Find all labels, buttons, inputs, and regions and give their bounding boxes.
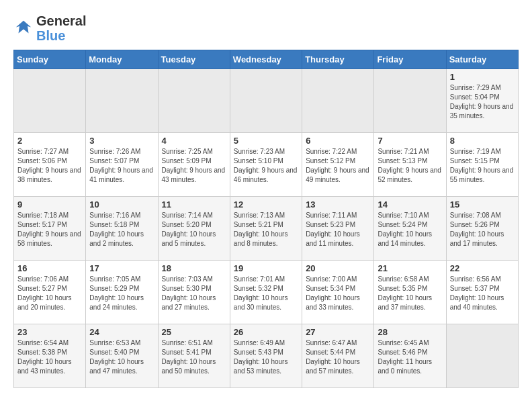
weekday-header-friday: Friday (374, 50, 446, 69)
calendar-cell: 27Sunrise: 6:47 AM Sunset: 5:44 PM Dayli… (302, 324, 374, 388)
day-info: Sunrise: 6:45 AM Sunset: 5:46 PM Dayligh… (378, 338, 442, 376)
day-info: Sunrise: 6:54 AM Sunset: 5:38 PM Dayligh… (17, 338, 82, 376)
day-info: Sunrise: 6:49 AM Sunset: 5:43 PM Dayligh… (234, 338, 298, 376)
day-number: 10 (89, 199, 154, 210)
day-info: Sunrise: 7:08 AM Sunset: 5:26 PM Dayligh… (450, 211, 515, 248)
day-info: Sunrise: 7:01 AM Sunset: 5:32 PM Dayligh… (234, 275, 298, 312)
calendar-cell: 6Sunrise: 7:22 AM Sunset: 5:12 PM Daylig… (302, 133, 374, 197)
calendar-cell: 15Sunrise: 7:08 AM Sunset: 5:26 PM Dayli… (446, 197, 518, 261)
day-number: 15 (450, 199, 515, 210)
day-number: 26 (234, 327, 298, 337)
calendar-cell: 28Sunrise: 6:45 AM Sunset: 5:46 PM Dayli… (374, 324, 446, 388)
calendar-cell: 12Sunrise: 7:13 AM Sunset: 5:21 PM Dayli… (230, 197, 302, 261)
day-number: 7 (378, 136, 442, 146)
calendar-cell: 20Sunrise: 7:00 AM Sunset: 5:34 PM Dayli… (302, 261, 374, 324)
logo-icon (13, 18, 34, 38)
weekday-header-monday: Monday (86, 50, 158, 69)
day-info: Sunrise: 7:06 AM Sunset: 5:27 PM Dayligh… (17, 275, 82, 312)
calendar-cell: 21Sunrise: 6:58 AM Sunset: 5:35 PM Dayli… (374, 261, 446, 324)
calendar-cell (446, 324, 518, 388)
day-info: Sunrise: 7:22 AM Sunset: 5:12 PM Dayligh… (306, 147, 370, 185)
calendar-cell: 18Sunrise: 7:03 AM Sunset: 5:30 PM Dayli… (158, 261, 230, 324)
day-info: Sunrise: 7:13 AM Sunset: 5:21 PM Dayligh… (234, 211, 298, 248)
svg-marker-0 (16, 21, 32, 34)
week-row-2: 2Sunrise: 7:27 AM Sunset: 5:06 PM Daylig… (14, 133, 519, 197)
day-number: 18 (162, 263, 226, 273)
day-number: 6 (306, 136, 370, 146)
day-number: 25 (162, 327, 226, 337)
calendar-cell: 23Sunrise: 6:54 AM Sunset: 5:38 PM Dayli… (14, 324, 86, 388)
day-number: 23 (17, 327, 82, 337)
calendar-cell (86, 69, 158, 133)
calendar-cell (374, 69, 446, 133)
day-number: 16 (17, 263, 82, 273)
calendar-cell: 13Sunrise: 7:11 AM Sunset: 5:23 PM Dayli… (302, 197, 374, 261)
day-number: 12 (234, 199, 298, 210)
day-info: Sunrise: 7:19 AM Sunset: 5:15 PM Dayligh… (450, 147, 515, 185)
day-number: 19 (234, 263, 298, 273)
calendar-cell: 11Sunrise: 7:14 AM Sunset: 5:20 PM Dayli… (158, 197, 230, 261)
calendar-cell: 24Sunrise: 6:53 AM Sunset: 5:40 PM Dayli… (86, 324, 158, 388)
day-info: Sunrise: 7:29 AM Sunset: 5:04 PM Dayligh… (450, 83, 515, 121)
day-info: Sunrise: 7:14 AM Sunset: 5:20 PM Dayligh… (162, 211, 226, 248)
day-info: Sunrise: 7:16 AM Sunset: 5:18 PM Dayligh… (89, 211, 154, 248)
day-info: Sunrise: 7:10 AM Sunset: 5:24 PM Dayligh… (378, 211, 442, 248)
day-number: 28 (378, 327, 442, 337)
day-number: 3 (89, 136, 154, 146)
calendar-cell: 8Sunrise: 7:19 AM Sunset: 5:15 PM Daylig… (446, 133, 518, 197)
calendar-cell: 5Sunrise: 7:23 AM Sunset: 5:10 PM Daylig… (230, 133, 302, 197)
day-number: 17 (89, 263, 154, 273)
logo-text: General Blue (36, 13, 86, 43)
week-row-1: 1Sunrise: 7:29 AM Sunset: 5:04 PM Daylig… (14, 69, 519, 133)
calendar-cell: 22Sunrise: 6:56 AM Sunset: 5:37 PM Dayli… (446, 261, 518, 324)
calendar-cell: 9Sunrise: 7:18 AM Sunset: 5:17 PM Daylig… (14, 197, 86, 261)
day-number: 24 (89, 327, 154, 337)
day-number: 8 (450, 136, 515, 146)
calendar-cell: 3Sunrise: 7:26 AM Sunset: 5:07 PM Daylig… (86, 133, 158, 197)
day-number: 1 (450, 72, 515, 82)
day-info: Sunrise: 7:18 AM Sunset: 5:17 PM Dayligh… (17, 211, 82, 248)
day-number: 13 (306, 199, 370, 210)
day-info: Sunrise: 7:27 AM Sunset: 5:06 PM Dayligh… (17, 147, 82, 185)
calendar-cell: 14Sunrise: 7:10 AM Sunset: 5:24 PM Dayli… (374, 197, 446, 261)
day-info: Sunrise: 7:00 AM Sunset: 5:34 PM Dayligh… (306, 275, 370, 312)
week-row-3: 9Sunrise: 7:18 AM Sunset: 5:17 PM Daylig… (14, 197, 519, 261)
calendar-cell (230, 69, 302, 133)
weekday-header-thursday: Thursday (302, 50, 374, 69)
day-info: Sunrise: 6:56 AM Sunset: 5:37 PM Dayligh… (450, 275, 515, 312)
day-info: Sunrise: 6:47 AM Sunset: 5:44 PM Dayligh… (306, 338, 370, 376)
weekday-header-saturday: Saturday (446, 50, 518, 69)
day-info: Sunrise: 6:51 AM Sunset: 5:41 PM Dayligh… (162, 338, 226, 376)
calendar-cell: 7Sunrise: 7:21 AM Sunset: 5:13 PM Daylig… (374, 133, 446, 197)
logo: General Blue (13, 13, 86, 43)
week-row-4: 16Sunrise: 7:06 AM Sunset: 5:27 PM Dayli… (14, 261, 519, 324)
weekday-header-tuesday: Tuesday (158, 50, 230, 69)
day-info: Sunrise: 7:26 AM Sunset: 5:07 PM Dayligh… (89, 147, 154, 185)
day-number: 14 (378, 199, 442, 210)
day-info: Sunrise: 6:58 AM Sunset: 5:35 PM Dayligh… (378, 275, 442, 312)
calendar-cell (302, 69, 374, 133)
day-number: 5 (234, 136, 298, 146)
day-info: Sunrise: 7:11 AM Sunset: 5:23 PM Dayligh… (306, 211, 370, 248)
calendar-table: SundayMondayTuesdayWednesdayThursdayFrid… (13, 50, 519, 388)
day-number: 27 (306, 327, 370, 337)
day-info: Sunrise: 7:03 AM Sunset: 5:30 PM Dayligh… (162, 275, 226, 312)
weekday-header-sunday: Sunday (14, 50, 86, 69)
day-number: 4 (162, 136, 226, 146)
day-number: 9 (17, 199, 82, 210)
day-info: Sunrise: 7:23 AM Sunset: 5:10 PM Dayligh… (234, 147, 298, 185)
calendar-cell: 4Sunrise: 7:25 AM Sunset: 5:09 PM Daylig… (158, 133, 230, 197)
day-number: 2 (17, 136, 82, 146)
calendar-cell: 19Sunrise: 7:01 AM Sunset: 5:32 PM Dayli… (230, 261, 302, 324)
day-info: Sunrise: 6:53 AM Sunset: 5:40 PM Dayligh… (89, 338, 154, 376)
week-row-5: 23Sunrise: 6:54 AM Sunset: 5:38 PM Dayli… (14, 324, 519, 388)
calendar-cell (14, 69, 86, 133)
calendar-cell: 1Sunrise: 7:29 AM Sunset: 5:04 PM Daylig… (446, 69, 518, 133)
calendar-cell: 16Sunrise: 7:06 AM Sunset: 5:27 PM Dayli… (14, 261, 86, 324)
calendar-cell: 26Sunrise: 6:49 AM Sunset: 5:43 PM Dayli… (230, 324, 302, 388)
calendar-cell (158, 69, 230, 133)
day-info: Sunrise: 7:25 AM Sunset: 5:09 PM Dayligh… (162, 147, 226, 185)
calendar-cell: 10Sunrise: 7:16 AM Sunset: 5:18 PM Dayli… (86, 197, 158, 261)
day-number: 21 (378, 263, 442, 273)
calendar-cell: 17Sunrise: 7:05 AM Sunset: 5:29 PM Dayli… (86, 261, 158, 324)
